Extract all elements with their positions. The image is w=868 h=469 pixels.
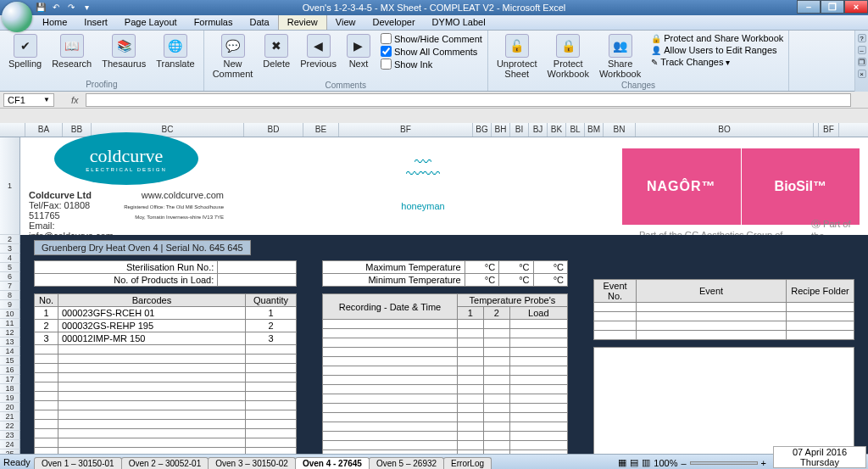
table-row[interactable] <box>323 376 568 385</box>
minimize-ribbon-window[interactable]: – <box>858 46 866 54</box>
table-row[interactable] <box>323 441 568 450</box>
table-row[interactable] <box>35 438 297 448</box>
table-row[interactable] <box>35 355 297 364</box>
table-row[interactable]: 3000012IMP-MR 1503 <box>35 332 297 345</box>
sheet-tab[interactable]: Oven 1 – 30150-01 <box>34 457 122 469</box>
track-changes[interactable]: ✎ Track Changes ▾ <box>651 56 783 68</box>
sheet-tab[interactable]: Oven 3 – 30150-02 <box>208 457 296 469</box>
table-row[interactable] <box>323 432 568 441</box>
table-row[interactable] <box>323 413 568 422</box>
col-header[interactable]: BO <box>636 123 814 137</box>
maximize-button[interactable]: ❐ <box>821 0 844 14</box>
thesaurus-button[interactable]: 📚Thesaurus <box>98 32 149 70</box>
table-row[interactable] <box>35 345 297 355</box>
sheet-tab[interactable]: Oven 4 - 27645 <box>295 457 370 469</box>
table-row[interactable] <box>35 373 297 382</box>
zoom-control[interactable]: ▦ ▤ ▥ 100%–+ <box>618 457 766 468</box>
protect-share-wb[interactable]: 🔒 Protect and Share Workbook <box>651 32 783 44</box>
products-value[interactable] <box>218 274 297 287</box>
tab-view[interactable]: View <box>327 15 364 30</box>
sheet-tab[interactable]: Oven 2 – 30052-01 <box>121 457 209 469</box>
tab-insert[interactable]: Insert <box>75 15 116 30</box>
show-ink[interactable]: Show Ink <box>381 58 482 70</box>
tab-review[interactable]: Review <box>278 15 327 30</box>
show-hide-comment[interactable]: Show/Hide Comment <box>381 32 482 45</box>
table-row[interactable] <box>35 429 297 438</box>
table-row[interactable] <box>594 303 854 312</box>
qa-redo-icon[interactable]: ↷ <box>64 1 78 14</box>
table-row[interactable] <box>35 392 297 401</box>
table-row[interactable] <box>323 385 568 394</box>
tab-formulas[interactable]: Formulas <box>186 15 242 30</box>
table-row[interactable] <box>35 448 297 455</box>
delete-comment-button[interactable]: ✖Delete <box>259 32 293 70</box>
table-row[interactable] <box>35 401 297 410</box>
table-row[interactable] <box>323 394 568 404</box>
col-header[interactable]: BH <box>492 123 510 137</box>
sheet-tab[interactable]: ErrorLog <box>443 457 492 469</box>
show-all-comments[interactable]: Show All Comments <box>381 45 482 58</box>
minimize-button[interactable]: – <box>797 0 821 14</box>
table-row[interactable]: 2000032GS-REHP 1952 <box>35 320 297 332</box>
share-workbook-button[interactable]: 👥ShareWorkbook <box>596 32 644 81</box>
close-button[interactable]: × <box>844 0 868 14</box>
table-row[interactable] <box>35 410 297 420</box>
new-comment-button[interactable]: 💬NewComment <box>209 32 257 81</box>
next-comment-button[interactable]: ▶Next <box>343 32 374 70</box>
help-icon[interactable]: ? <box>858 34 866 42</box>
spelling-button[interactable]: ✔Spelling <box>5 32 45 70</box>
col-header[interactable]: BG <box>473 123 492 137</box>
view-normal-icon[interactable]: ▦ <box>618 457 626 468</box>
table-row[interactable] <box>323 348 568 357</box>
unprotect-sheet-button[interactable]: 🔓UnprotectSheet <box>493 32 541 81</box>
table-row[interactable]: 1000023GFS-RCEH 011 <box>35 307 297 320</box>
table-row[interactable] <box>323 329 568 338</box>
table-row[interactable] <box>323 404 568 413</box>
prev-comment-button[interactable]: ◀Previous <box>297 32 340 70</box>
table-row[interactable] <box>35 364 297 373</box>
table-row[interactable] <box>323 357 568 366</box>
name-box[interactable]: CF1▼ <box>3 93 54 107</box>
table-row[interactable] <box>323 422 568 432</box>
table-row[interactable] <box>35 382 297 392</box>
tab-home[interactable]: Home <box>34 15 75 30</box>
table-row[interactable] <box>323 366 568 376</box>
close-window[interactable]: × <box>858 70 866 78</box>
table-row[interactable] <box>594 321 854 331</box>
qa-custom-icon[interactable]: ▾ <box>80 1 93 14</box>
table-row[interactable] <box>594 312 854 321</box>
tab-developer[interactable]: Developer <box>364 15 423 30</box>
col-header[interactable]: BF <box>819 123 839 137</box>
col-header[interactable]: BF <box>339 123 473 137</box>
allow-edit-ranges[interactable]: 👤 Allow Users to Edit Ranges <box>651 44 783 56</box>
view-break-icon[interactable]: ▥ <box>642 457 650 468</box>
col-header[interactable]: BI <box>510 123 529 137</box>
col-header[interactable]: BL <box>566 123 585 137</box>
formula-input[interactable] <box>86 93 851 107</box>
col-header[interactable]: BK <box>548 123 566 137</box>
fx-icon[interactable]: fx <box>71 95 79 105</box>
col-header[interactable]: BD <box>244 123 303 137</box>
sterilisation-value[interactable] <box>218 261 297 274</box>
col-header[interactable]: BE <box>303 123 339 137</box>
sheet-tab[interactable]: Oven 5 – 26932 <box>369 457 444 469</box>
tab-page-layout[interactable]: Page Layout <box>116 15 186 30</box>
research-button[interactable]: 📖Research <box>48 32 95 70</box>
qa-undo-icon[interactable]: ↶ <box>49 1 63 14</box>
col-header[interactable]: BM <box>585 123 604 137</box>
tab-dymo-label[interactable]: DYMO Label <box>424 15 494 30</box>
tab-data[interactable]: Data <box>241 15 277 30</box>
translate-button[interactable]: 🌐Translate <box>153 32 198 70</box>
table-row[interactable] <box>323 320 568 329</box>
qa-save-icon[interactable]: 💾 <box>34 1 47 14</box>
col-header[interactable]: BN <box>604 123 636 137</box>
table-row[interactable] <box>323 338 568 348</box>
table-row[interactable] <box>35 420 297 429</box>
protect-workbook-button[interactable]: 🔒ProtectWorkbook <box>544 32 593 81</box>
table-row[interactable] <box>594 331 854 340</box>
view-layout-icon[interactable]: ▤ <box>630 457 638 468</box>
chevron-down-icon[interactable]: ▼ <box>43 96 50 103</box>
col-header[interactable]: BJ <box>529 123 548 137</box>
restore-window[interactable]: ❐ <box>858 58 866 66</box>
office-button[interactable] <box>2 2 32 32</box>
